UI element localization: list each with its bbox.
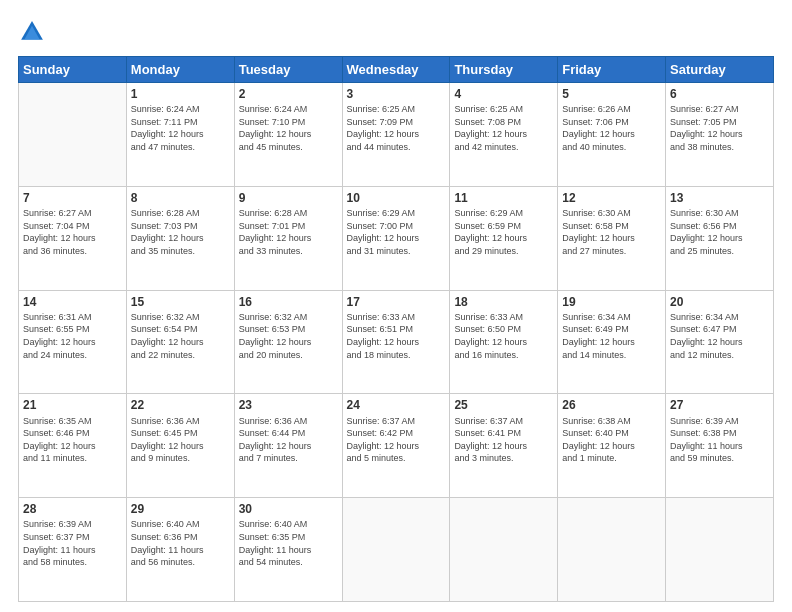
day-number: 18 — [454, 294, 553, 310]
calendar-cell: 4Sunrise: 6:25 AM Sunset: 7:08 PM Daylig… — [450, 83, 558, 187]
day-info: Sunrise: 6:28 AM Sunset: 7:03 PM Dayligh… — [131, 207, 230, 257]
day-number: 2 — [239, 86, 338, 102]
day-number: 17 — [347, 294, 446, 310]
calendar-week-row: 7Sunrise: 6:27 AM Sunset: 7:04 PM Daylig… — [19, 186, 774, 290]
calendar-cell: 25Sunrise: 6:37 AM Sunset: 6:41 PM Dayli… — [450, 394, 558, 498]
day-info: Sunrise: 6:24 AM Sunset: 7:10 PM Dayligh… — [239, 103, 338, 153]
calendar-cell: 19Sunrise: 6:34 AM Sunset: 6:49 PM Dayli… — [558, 290, 666, 394]
day-number: 3 — [347, 86, 446, 102]
day-number: 21 — [23, 397, 122, 413]
day-number: 25 — [454, 397, 553, 413]
day-info: Sunrise: 6:35 AM Sunset: 6:46 PM Dayligh… — [23, 415, 122, 465]
day-info: Sunrise: 6:39 AM Sunset: 6:38 PM Dayligh… — [670, 415, 769, 465]
day-info: Sunrise: 6:34 AM Sunset: 6:47 PM Dayligh… — [670, 311, 769, 361]
calendar-cell: 8Sunrise: 6:28 AM Sunset: 7:03 PM Daylig… — [126, 186, 234, 290]
day-info: Sunrise: 6:33 AM Sunset: 6:51 PM Dayligh… — [347, 311, 446, 361]
calendar-cell: 24Sunrise: 6:37 AM Sunset: 6:42 PM Dayli… — [342, 394, 450, 498]
calendar-cell: 3Sunrise: 6:25 AM Sunset: 7:09 PM Daylig… — [342, 83, 450, 187]
calendar-cell: 27Sunrise: 6:39 AM Sunset: 6:38 PM Dayli… — [666, 394, 774, 498]
calendar-cell: 10Sunrise: 6:29 AM Sunset: 7:00 PM Dayli… — [342, 186, 450, 290]
day-info: Sunrise: 6:26 AM Sunset: 7:06 PM Dayligh… — [562, 103, 661, 153]
day-number: 29 — [131, 501, 230, 517]
day-info: Sunrise: 6:32 AM Sunset: 6:53 PM Dayligh… — [239, 311, 338, 361]
day-info: Sunrise: 6:40 AM Sunset: 6:36 PM Dayligh… — [131, 518, 230, 568]
day-info: Sunrise: 6:25 AM Sunset: 7:08 PM Dayligh… — [454, 103, 553, 153]
day-info: Sunrise: 6:40 AM Sunset: 6:35 PM Dayligh… — [239, 518, 338, 568]
calendar-cell — [19, 83, 127, 187]
header — [18, 18, 774, 46]
day-number: 12 — [562, 190, 661, 206]
day-number: 26 — [562, 397, 661, 413]
weekday-header-friday: Friday — [558, 57, 666, 83]
weekday-header-thursday: Thursday — [450, 57, 558, 83]
day-info: Sunrise: 6:33 AM Sunset: 6:50 PM Dayligh… — [454, 311, 553, 361]
calendar-cell — [342, 498, 450, 602]
day-info: Sunrise: 6:31 AM Sunset: 6:55 PM Dayligh… — [23, 311, 122, 361]
day-number: 15 — [131, 294, 230, 310]
weekday-header-sunday: Sunday — [19, 57, 127, 83]
calendar-cell: 22Sunrise: 6:36 AM Sunset: 6:45 PM Dayli… — [126, 394, 234, 498]
calendar-cell: 18Sunrise: 6:33 AM Sunset: 6:50 PM Dayli… — [450, 290, 558, 394]
calendar-cell — [666, 498, 774, 602]
calendar-week-row: 21Sunrise: 6:35 AM Sunset: 6:46 PM Dayli… — [19, 394, 774, 498]
day-number: 11 — [454, 190, 553, 206]
day-info: Sunrise: 6:37 AM Sunset: 6:41 PM Dayligh… — [454, 415, 553, 465]
day-info: Sunrise: 6:32 AM Sunset: 6:54 PM Dayligh… — [131, 311, 230, 361]
calendar-cell: 30Sunrise: 6:40 AM Sunset: 6:35 PM Dayli… — [234, 498, 342, 602]
day-info: Sunrise: 6:25 AM Sunset: 7:09 PM Dayligh… — [347, 103, 446, 153]
day-info: Sunrise: 6:29 AM Sunset: 6:59 PM Dayligh… — [454, 207, 553, 257]
calendar-cell: 23Sunrise: 6:36 AM Sunset: 6:44 PM Dayli… — [234, 394, 342, 498]
calendar-cell — [558, 498, 666, 602]
calendar-week-row: 1Sunrise: 6:24 AM Sunset: 7:11 PM Daylig… — [19, 83, 774, 187]
day-number: 20 — [670, 294, 769, 310]
page: SundayMondayTuesdayWednesdayThursdayFrid… — [0, 0, 792, 612]
day-info: Sunrise: 6:30 AM Sunset: 6:58 PM Dayligh… — [562, 207, 661, 257]
calendar-cell: 13Sunrise: 6:30 AM Sunset: 6:56 PM Dayli… — [666, 186, 774, 290]
day-number: 10 — [347, 190, 446, 206]
calendar-cell: 5Sunrise: 6:26 AM Sunset: 7:06 PM Daylig… — [558, 83, 666, 187]
day-number: 24 — [347, 397, 446, 413]
day-number: 6 — [670, 86, 769, 102]
day-number: 9 — [239, 190, 338, 206]
logo — [18, 18, 50, 46]
day-info: Sunrise: 6:28 AM Sunset: 7:01 PM Dayligh… — [239, 207, 338, 257]
day-number: 30 — [239, 501, 338, 517]
day-number: 28 — [23, 501, 122, 517]
day-info: Sunrise: 6:36 AM Sunset: 6:45 PM Dayligh… — [131, 415, 230, 465]
calendar-cell: 20Sunrise: 6:34 AM Sunset: 6:47 PM Dayli… — [666, 290, 774, 394]
day-info: Sunrise: 6:27 AM Sunset: 7:04 PM Dayligh… — [23, 207, 122, 257]
day-info: Sunrise: 6:37 AM Sunset: 6:42 PM Dayligh… — [347, 415, 446, 465]
calendar-cell: 16Sunrise: 6:32 AM Sunset: 6:53 PM Dayli… — [234, 290, 342, 394]
calendar-table: SundayMondayTuesdayWednesdayThursdayFrid… — [18, 56, 774, 602]
weekday-header-tuesday: Tuesday — [234, 57, 342, 83]
day-number: 19 — [562, 294, 661, 310]
day-info: Sunrise: 6:36 AM Sunset: 6:44 PM Dayligh… — [239, 415, 338, 465]
calendar-cell — [450, 498, 558, 602]
calendar-cell: 11Sunrise: 6:29 AM Sunset: 6:59 PM Dayli… — [450, 186, 558, 290]
day-info: Sunrise: 6:39 AM Sunset: 6:37 PM Dayligh… — [23, 518, 122, 568]
day-number: 27 — [670, 397, 769, 413]
day-number: 22 — [131, 397, 230, 413]
calendar-header-row: SundayMondayTuesdayWednesdayThursdayFrid… — [19, 57, 774, 83]
calendar-cell: 17Sunrise: 6:33 AM Sunset: 6:51 PM Dayli… — [342, 290, 450, 394]
day-number: 14 — [23, 294, 122, 310]
day-number: 1 — [131, 86, 230, 102]
calendar-cell: 1Sunrise: 6:24 AM Sunset: 7:11 PM Daylig… — [126, 83, 234, 187]
weekday-header-monday: Monday — [126, 57, 234, 83]
day-number: 13 — [670, 190, 769, 206]
calendar-cell: 26Sunrise: 6:38 AM Sunset: 6:40 PM Dayli… — [558, 394, 666, 498]
calendar-cell: 28Sunrise: 6:39 AM Sunset: 6:37 PM Dayli… — [19, 498, 127, 602]
day-number: 23 — [239, 397, 338, 413]
calendar-week-row: 14Sunrise: 6:31 AM Sunset: 6:55 PM Dayli… — [19, 290, 774, 394]
day-number: 4 — [454, 86, 553, 102]
calendar-cell: 7Sunrise: 6:27 AM Sunset: 7:04 PM Daylig… — [19, 186, 127, 290]
day-info: Sunrise: 6:34 AM Sunset: 6:49 PM Dayligh… — [562, 311, 661, 361]
day-number: 7 — [23, 190, 122, 206]
calendar-week-row: 28Sunrise: 6:39 AM Sunset: 6:37 PM Dayli… — [19, 498, 774, 602]
day-info: Sunrise: 6:27 AM Sunset: 7:05 PM Dayligh… — [670, 103, 769, 153]
day-number: 8 — [131, 190, 230, 206]
day-info: Sunrise: 6:38 AM Sunset: 6:40 PM Dayligh… — [562, 415, 661, 465]
calendar-cell: 6Sunrise: 6:27 AM Sunset: 7:05 PM Daylig… — [666, 83, 774, 187]
day-info: Sunrise: 6:30 AM Sunset: 6:56 PM Dayligh… — [670, 207, 769, 257]
calendar-cell: 12Sunrise: 6:30 AM Sunset: 6:58 PM Dayli… — [558, 186, 666, 290]
